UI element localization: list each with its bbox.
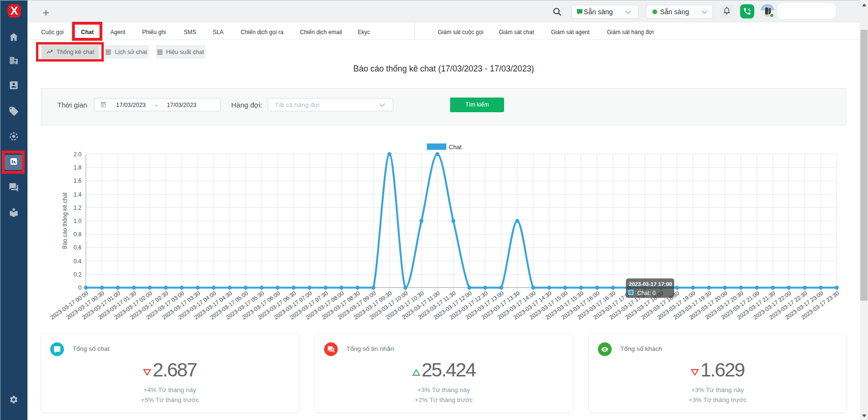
svg-text:0.6: 0.6 [73,244,81,251]
svg-text:0.8: 0.8 [73,231,81,238]
svg-text:2.0: 2.0 [73,151,81,158]
svg-text:1.8: 1.8 [73,164,81,171]
svg-text:Chat: Chat [449,143,462,151]
svg-text:1.2: 1.2 [73,205,81,211]
svg-text:1.0: 1.0 [73,218,81,224]
svg-text:1.4: 1.4 [73,191,81,198]
svg-text:Báo cáo thống kê chat: Báo cáo thống kê chat [62,192,68,249]
svg-text:0.2: 0.2 [73,271,81,278]
svg-text:0.4: 0.4 [73,258,81,265]
svg-text:0: 0 [78,285,81,291]
svg-text:1.6: 1.6 [73,178,81,184]
